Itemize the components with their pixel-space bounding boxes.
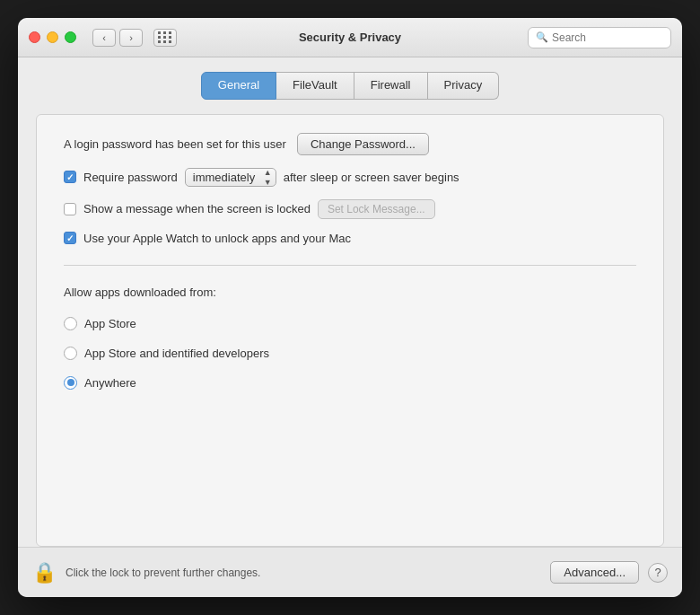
back-button[interactable]: ‹	[92, 29, 116, 47]
radio-app-store-identified: App Store and identified developers	[64, 347, 636, 360]
radio-anywhere-label: Anywhere	[84, 376, 136, 390]
show-message-label: Show a message when the screen is locked	[83, 202, 311, 215]
allow-apps-label: Allow apps downloaded from:	[64, 286, 636, 299]
radio-app-store-identified-label: App Store and identified developers	[84, 347, 269, 360]
tab-privacy[interactable]: Privacy	[428, 72, 500, 100]
radio-app-store-button[interactable]	[64, 317, 77, 330]
apple-watch-checkbox[interactable]	[64, 232, 76, 244]
help-button[interactable]: ?	[648, 563, 668, 583]
nav-buttons: ‹ ›	[92, 29, 143, 47]
section-divider	[64, 265, 636, 266]
tab-bar: General FileVault Firewall Privacy	[36, 72, 664, 100]
advanced-button[interactable]: Advanced...	[550, 561, 639, 584]
tab-filevault[interactable]: FileVault	[276, 72, 354, 100]
lock-icon[interactable]: 🔒	[32, 561, 57, 584]
require-password-checkbox[interactable]	[64, 171, 76, 183]
close-button[interactable]	[29, 31, 40, 43]
search-input[interactable]	[552, 31, 663, 44]
bottom-bar: 🔒 Click the lock to prevent further chan…	[18, 547, 682, 597]
tab-general[interactable]: General	[201, 72, 276, 100]
radio-anywhere-button[interactable]	[64, 376, 77, 390]
minimize-button[interactable]	[47, 31, 58, 43]
content-area: General FileVault Firewall Privacy A log…	[18, 57, 682, 547]
login-password-row: A login password has been set for this u…	[64, 133, 636, 155]
maximize-button[interactable]	[65, 31, 76, 43]
traffic-lights	[29, 31, 76, 43]
radio-anywhere: Anywhere	[64, 376, 636, 390]
require-password-row: Require password immediately 5 seconds 1…	[64, 168, 636, 187]
require-password-label: Require password	[83, 171, 178, 184]
password-timing-dropdown-wrapper: immediately 5 seconds 1 minute 5 minutes…	[185, 168, 276, 187]
main-window: ‹ › Security & Privacy 🔍 General FileVau…	[18, 18, 682, 597]
apple-watch-row: Use your Apple Watch to unlock apps and …	[64, 232, 636, 245]
forward-button[interactable]: ›	[119, 29, 143, 47]
show-message-row: Show a message when the screen is locked…	[64, 199, 636, 219]
set-lock-message-button[interactable]: Set Lock Message...	[318, 199, 435, 219]
change-password-button[interactable]: Change Password...	[297, 133, 429, 155]
titlebar: ‹ › Security & Privacy 🔍	[18, 18, 682, 57]
show-message-checkbox[interactable]	[64, 203, 76, 215]
settings-panel: A login password has been set for this u…	[36, 114, 664, 547]
lock-message: Click the lock to prevent further change…	[66, 567, 541, 579]
app-grid-button[interactable]	[153, 29, 177, 47]
after-sleep-label: after sleep or screen saver begins	[284, 171, 459, 184]
search-bar: 🔍	[528, 27, 671, 48]
forward-icon: ›	[129, 32, 133, 43]
window-title: Security & Privacy	[299, 31, 401, 44]
password-timing-dropdown[interactable]: immediately 5 seconds 1 minute 5 minutes…	[185, 168, 276, 187]
tab-firewall[interactable]: Firewall	[354, 72, 428, 100]
radio-app-store-identified-button[interactable]	[64, 347, 77, 360]
back-icon: ‹	[102, 32, 106, 43]
radio-app-store-label: App Store	[84, 317, 136, 330]
grid-icon	[158, 31, 172, 43]
radio-app-store: App Store	[64, 317, 636, 330]
search-icon: 🔍	[536, 31, 548, 43]
apple-watch-label: Use your Apple Watch to unlock apps and …	[83, 232, 351, 245]
login-password-label: A login password has been set for this u…	[64, 137, 286, 151]
